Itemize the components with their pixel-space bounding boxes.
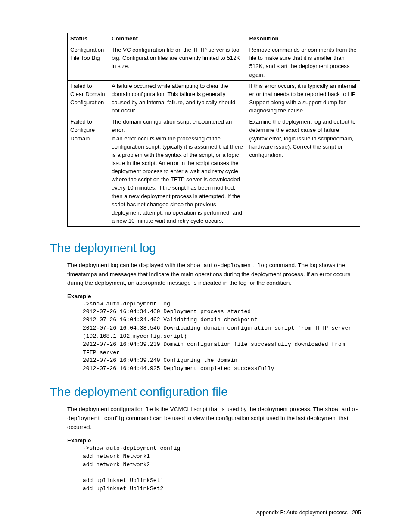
inline-code-command: show auto-deployment log [187,262,268,269]
heading-deployment-config-file: The deployment configuration file [50,385,361,399]
heading-deployment-log: The deployment log [50,241,361,255]
code-block-deployment-log: ->show auto-deployment log 2012-07-26 16… [83,300,358,373]
paragraph-deployment-log: The deployment log can be displayed with… [67,261,360,287]
text: The deployment log can be displayed with… [67,262,187,268]
cell-comment: The domain configuration script encounte… [109,116,246,227]
code-block-deployment-config: ->show auto-deployment config add networ… [83,445,358,493]
status-table: Status Comment Resolution Configuration … [67,33,360,227]
cell-comment: The VC configuration file on the TFTP se… [109,44,246,81]
th-resolution: Resolution [246,33,360,44]
cell-resolution: Remove commands or comments from the fil… [246,44,360,81]
cell-comment: A failure occurred while attempting to c… [109,80,246,116]
table-row: Failed to Clear Domain Configuration A f… [68,80,360,116]
th-comment: Comment [109,33,246,44]
example-label: Example [67,437,361,444]
cell-resolution: If this error occurs, it is typically an… [246,80,360,116]
table-row: Failed to Configure Domain The domain co… [68,116,360,227]
cell-resolution: Examine the deployment log and output to… [246,116,360,227]
cell-status: Configuration File Too Big [68,44,109,81]
page: Status Comment Resolution Configuration … [0,0,411,532]
table-row: Configuration File Too Big The VC config… [68,44,360,81]
page-number: 295 [352,510,361,516]
paragraph-deployment-config: The deployment configuration file is the… [67,405,360,431]
th-status: Status [68,33,109,44]
page-footer: Appendix B: Auto-deployment process 295 [256,510,361,516]
cell-status: Failed to Configure Domain [68,116,109,227]
footer-text: Appendix B: Auto-deployment process [256,510,348,516]
cell-status: Failed to Clear Domain Configuration [68,80,109,116]
table-header-row: Status Comment Resolution [68,33,360,44]
example-label: Example [67,293,361,299]
text: The deployment configuration file is the… [67,406,325,412]
